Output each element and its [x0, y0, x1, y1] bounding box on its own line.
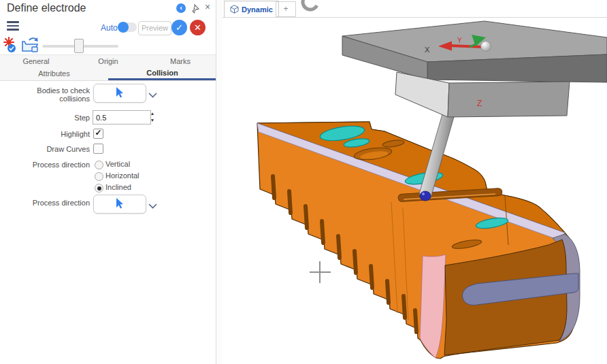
step-spin-down-icon[interactable]: ▼	[149, 118, 156, 122]
panel-title: Define electrode	[7, 2, 86, 14]
tab-row-top: General Origin Marks	[0, 54, 216, 68]
rod-tip	[420, 191, 431, 201]
origin-sphere	[481, 42, 491, 52]
radio-inclined-label[interactable]: Inclined	[105, 183, 131, 191]
crosshair-cursor	[310, 261, 331, 283]
cursor-arrow-icon	[115, 198, 125, 210]
electrode-part[interactable]	[257, 122, 580, 359]
tab-attributes[interactable]: Attributes	[0, 67, 108, 80]
viewport-tab-bar: Dynamic +	[223, 0, 607, 18]
holder-plate[interactable]	[342, 21, 607, 82]
rotate-indicator-icon	[300, 0, 321, 16]
process-direction-picker-button[interactable]	[93, 195, 146, 214]
radio-vertical[interactable]	[95, 161, 103, 169]
bodies-picker-button[interactable]	[93, 84, 146, 103]
draw-curves-checkbox[interactable]	[93, 144, 103, 154]
pin-icon[interactable]	[192, 4, 200, 16]
axis-y-label: Y	[457, 37, 462, 44]
collapse-panel-icon[interactable]: ‹	[176, 3, 186, 13]
close-panel-icon[interactable]: ×	[205, 1, 210, 12]
preview-button[interactable]: Preview	[138, 21, 171, 35]
x-axis-shaft	[449, 46, 483, 47]
step-input[interactable]	[93, 110, 151, 125]
process-direction-label: Process direction	[0, 161, 90, 169]
ok-button[interactable]: ✓	[171, 20, 187, 35]
size-slider-handle[interactable]	[74, 39, 84, 53]
bodies-to-check-label: Bodies to check collisions	[0, 86, 90, 103]
radio-inclined[interactable]	[95, 184, 103, 193]
auto-toggle-label: Auto	[101, 23, 118, 33]
toggle-knob[interactable]	[118, 22, 129, 33]
auto-toggle[interactable]	[118, 22, 137, 32]
menu-icon[interactable]	[7, 21, 19, 33]
tab-dynamic[interactable]: Dynamic	[224, 1, 279, 17]
scene-canvas[interactable]: Z X Y	[223, 17, 607, 364]
tab-row-bottom: Attributes Collision	[0, 67, 216, 81]
highlight-label: Highlight	[0, 130, 90, 138]
tab-origin[interactable]: Origin	[72, 55, 144, 68]
axis-z-label: Z	[477, 99, 482, 108]
cancel-button[interactable]: ✕	[190, 20, 206, 35]
axis-x-label: X	[425, 46, 430, 54]
rod-tip-highlight	[422, 193, 425, 195]
tab-general[interactable]: General	[0, 55, 72, 68]
radio-vertical-label[interactable]: Vertical	[105, 160, 130, 168]
step-spin-up-icon[interactable]: ▲	[149, 112, 156, 116]
graphics-viewport: Dynamic +	[223, 0, 607, 364]
process-direction2-label: Process direction	[0, 199, 90, 207]
radio-horizontal[interactable]	[95, 172, 103, 181]
cursor-arrow-icon	[115, 87, 125, 99]
tab-marks[interactable]: Marks	[144, 55, 216, 68]
open-folder-icon[interactable]	[21, 36, 40, 56]
new-view-tab[interactable]: +	[276, 1, 296, 17]
draw-curves-label: Draw Curves	[0, 145, 90, 153]
tab-dynamic-label: Dynamic	[242, 5, 273, 14]
step-label: Step	[0, 114, 90, 122]
cube-icon	[230, 5, 239, 14]
process-chevron-down-icon[interactable]	[148, 199, 157, 212]
tab-collision[interactable]: Collision	[108, 67, 216, 80]
spark-check-icon[interactable]	[3, 36, 21, 56]
application-window: Define electrode ‹ × Auto Preview ✓ ✕	[0, 0, 607, 364]
bodies-chevron-down-icon[interactable]	[148, 88, 157, 101]
highlight-checkbox[interactable]: ✓	[93, 129, 103, 139]
radio-horizontal-label[interactable]: Horizontal	[105, 171, 140, 180]
define-electrode-panel: Define electrode ‹ × Auto Preview ✓ ✕	[0, 0, 216, 364]
